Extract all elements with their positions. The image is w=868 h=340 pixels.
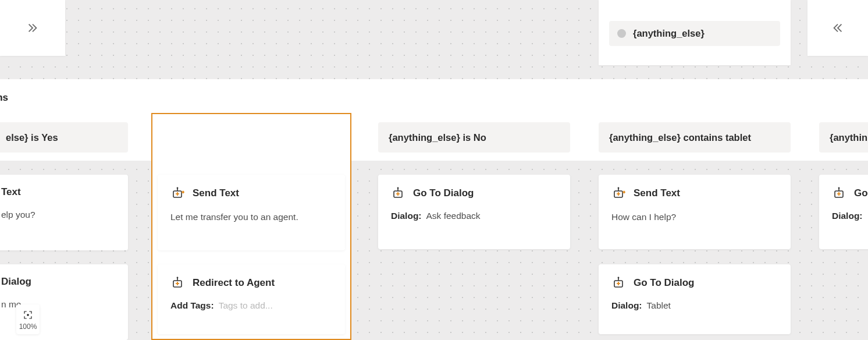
bot-dialog-icon bbox=[832, 186, 846, 200]
action-body: How can I help? bbox=[611, 211, 778, 224]
action-title: Send Text bbox=[634, 187, 680, 199]
expand-left-panel-button[interactable] bbox=[0, 0, 65, 56]
conditions-title-fragment: ns bbox=[0, 92, 8, 104]
svg-point-30 bbox=[27, 314, 29, 316]
zoom-fit-icon bbox=[23, 310, 33, 320]
action-card-go-to-dialog[interactable]: Go To Dialog Dialog: Ask feedback bbox=[378, 175, 570, 249]
condition-text: {anything_else} contains tablet bbox=[609, 132, 751, 143]
condition-chip[interactable]: {anything_else} contains tablet bbox=[599, 122, 791, 153]
svg-point-22 bbox=[618, 277, 620, 279]
action-card-send-text[interactable]: Text elp you? bbox=[0, 175, 128, 250]
variable-pill[interactable]: {anything_else} bbox=[609, 21, 780, 46]
bot-send-icon bbox=[170, 186, 184, 200]
canvas-lower-area[interactable]: Text elp you? Dialog n me Send Text Let … bbox=[0, 161, 868, 340]
dialog-value: Ask feedback bbox=[426, 211, 481, 221]
action-title: Go To Dialog bbox=[413, 187, 474, 199]
bot-redirect-icon bbox=[170, 276, 184, 290]
action-card-redirect-agent[interactable]: Redirect to Agent Add Tags: Tags to add.… bbox=[158, 264, 345, 334]
condition-text: {anything_else} contains agent bbox=[168, 132, 310, 143]
action-body: elp you? bbox=[0, 208, 115, 221]
bot-send-icon bbox=[611, 186, 625, 200]
bot-dialog-icon bbox=[391, 186, 405, 200]
action-card-send-text[interactable]: Send Text Let me transfer you to an agen… bbox=[158, 175, 345, 250]
action-body: Let me transfer you to an agent. bbox=[170, 211, 332, 224]
zoom-widget[interactable]: 100% bbox=[16, 304, 40, 334]
variable-card[interactable]: {anything_else} bbox=[599, 0, 791, 65]
tags-label: Add Tags: bbox=[170, 300, 214, 311]
svg-point-2 bbox=[177, 187, 179, 189]
variable-dot-icon bbox=[617, 29, 626, 38]
conditions-strip: ns else} is Yes {anything_else} contains… bbox=[0, 79, 868, 161]
condition-text: {anything_else} is No bbox=[389, 132, 486, 143]
condition-text: {anythin bbox=[830, 132, 867, 143]
action-title: Send Text bbox=[193, 187, 239, 199]
action-title: Go bbox=[854, 187, 868, 199]
variable-name: {anything_else} bbox=[633, 28, 705, 39]
action-card-go-to-dialog[interactable]: Go To Dialog Dialog: Tablet bbox=[599, 264, 791, 334]
dialog-label: Dialog: bbox=[832, 211, 863, 221]
dialog-label: Dialog: bbox=[391, 211, 422, 221]
bot-dialog-icon bbox=[611, 276, 625, 290]
action-title: Go To Dialog bbox=[634, 277, 695, 289]
condition-text: else} is Yes bbox=[6, 132, 58, 143]
condition-chip[interactable]: else} is Yes bbox=[0, 122, 128, 153]
condition-chip[interactable]: {anything_else} contains agent bbox=[158, 122, 345, 153]
action-card-go-to-dialog[interactable]: Go Dialog: bbox=[819, 175, 868, 249]
svg-point-27 bbox=[838, 187, 840, 189]
collapse-right-panel-button[interactable] bbox=[807, 0, 868, 56]
svg-point-12 bbox=[397, 187, 399, 189]
condition-chip[interactable]: {anythin bbox=[819, 122, 868, 153]
action-title: Redirect to Agent bbox=[193, 277, 275, 289]
zoom-level: 100% bbox=[19, 323, 37, 331]
svg-point-17 bbox=[618, 187, 620, 189]
action-title: Dialog bbox=[1, 276, 31, 288]
condition-chip[interactable]: {anything_else} is No bbox=[378, 122, 570, 153]
canvas-top-area: {anything_else} bbox=[0, 0, 868, 79]
dialog-label: Dialog: bbox=[611, 300, 642, 311]
action-card-send-text[interactable]: Send Text How can I help? bbox=[599, 175, 791, 249]
chevron-double-left-icon bbox=[831, 22, 844, 34]
chevron-double-right-icon bbox=[26, 22, 39, 34]
svg-point-7 bbox=[177, 277, 179, 279]
dialog-value: Tablet bbox=[647, 300, 671, 311]
action-title: Text bbox=[1, 186, 21, 198]
tags-placeholder[interactable]: Tags to add... bbox=[219, 300, 273, 311]
